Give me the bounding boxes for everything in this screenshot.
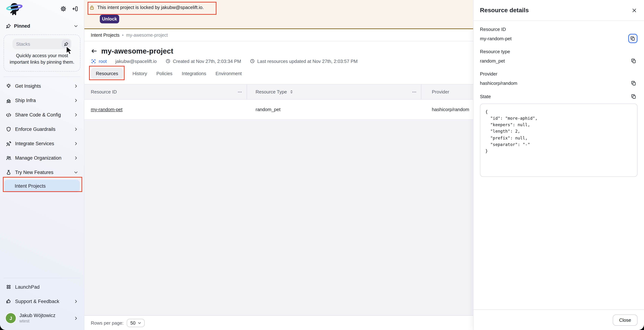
space-link[interactable]: root xyxy=(99,58,107,64)
column-menu-icon[interactable] xyxy=(237,89,242,94)
pin-icon xyxy=(6,23,11,29)
sidebar-item-share-code-config[interactable]: Share Code & Config xyxy=(0,108,84,122)
breadcrumb-root[interactable]: Intent Projects xyxy=(91,33,120,38)
chevron-down-icon xyxy=(74,170,78,175)
pinned-label: Pinned xyxy=(14,23,30,29)
sidebar-divider xyxy=(4,77,80,77)
column-header-resource-type[interactable]: Resource Type xyxy=(256,89,287,95)
provider-value: hashicorp/random xyxy=(480,80,517,86)
sidebar-item-support-feedback[interactable]: Support & Feedback xyxy=(0,294,84,308)
tab-history[interactable]: History xyxy=(132,71,147,76)
panel-title: Resource details xyxy=(480,7,529,14)
thumbs-up-icon xyxy=(6,298,12,304)
page-header: my-awesome-project root jakubw@spacelift… xyxy=(84,41,473,80)
sidebar-item-enforce-guardrails[interactable]: Enforce Guardrails xyxy=(0,122,84,137)
shield-icon xyxy=(6,126,12,132)
user-org: wtest xyxy=(20,318,70,323)
locked-banner-message: This intent project is locked by jakubw@… xyxy=(97,5,204,10)
tab-environment[interactable]: Environment xyxy=(216,71,242,76)
settings-button[interactable] xyxy=(60,5,67,13)
updated-at-text: Last resources updated at Nov 27th, 2:03… xyxy=(257,58,358,64)
locked-banner: This intent project is locked by jakubw@… xyxy=(84,0,473,29)
collapse-sidebar-button[interactable] xyxy=(72,5,79,13)
sidebar: Pinned Stacks xyxy=(0,0,84,330)
sidebar-item-integrate-services[interactable]: Integrate Services xyxy=(0,137,84,151)
sidebar-item-ship-infra[interactable]: Ship Infra xyxy=(0,93,84,108)
provider-label: Provider xyxy=(480,71,638,77)
pinned-section-header[interactable]: Pinned xyxy=(0,21,84,31)
user-menu[interactable]: J Jakub Wójtowicz wtest xyxy=(0,308,84,328)
sidebar-item-try-new-features[interactable]: Try New Features xyxy=(0,165,84,180)
close-panel-button[interactable]: Close xyxy=(613,314,638,325)
mouse-cursor xyxy=(66,46,73,55)
copy-icon xyxy=(631,80,636,86)
close-icon xyxy=(632,8,637,13)
breadcrumb-current: my-awesome-project xyxy=(126,33,168,38)
sidebar-bottom: LaunchPad Support & Feedback J Jakub Wój… xyxy=(0,278,84,330)
ship-icon xyxy=(6,98,12,103)
created-at-text: Created at Nov 27th, 2:03:34 PM xyxy=(173,58,241,64)
table-header: Resource ID Resource Type Provider xyxy=(84,84,473,100)
sidebar-item-manage-organization[interactable]: Manage Organization xyxy=(0,151,84,165)
breadcrumb-separator: • xyxy=(122,33,124,38)
state-label: State xyxy=(480,94,491,99)
code-icon xyxy=(6,112,12,118)
gear-icon xyxy=(60,6,66,12)
tab-resources[interactable]: Resources xyxy=(91,68,123,79)
copy-icon xyxy=(631,58,636,63)
resource-details-panel: Resource details Resource ID my-random-p… xyxy=(473,0,644,330)
avatar: J xyxy=(6,313,16,323)
pin-icon xyxy=(64,42,68,46)
stacks-pin-example[interactable]: Stacks xyxy=(12,39,72,49)
sidebar-item-label: Intent Projects xyxy=(15,183,46,189)
copy-provider-button[interactable] xyxy=(630,79,638,87)
sidebar-nav: Get Insights Ship Infra xyxy=(0,79,84,192)
chevron-right-icon xyxy=(74,84,78,89)
chevron-right-icon xyxy=(74,299,78,303)
clock-icon xyxy=(250,59,255,64)
resource-id-label: Resource ID xyxy=(480,27,638,32)
column-header-resource-id[interactable]: Resource ID xyxy=(91,89,117,95)
plug-icon xyxy=(6,141,12,147)
rows-per-page-label: Rows per page: xyxy=(91,320,124,325)
spacelift-logo[interactable] xyxy=(5,2,24,16)
page-title: my-awesome-project xyxy=(101,47,174,55)
resource-type-cell: random_pet xyxy=(256,107,280,112)
rows-per-page-select[interactable]: 50 xyxy=(127,319,144,327)
flask-icon xyxy=(6,170,12,176)
tab-policies[interactable]: Policies xyxy=(156,71,172,76)
back-button[interactable] xyxy=(91,48,97,54)
copy-resource-type-button[interactable] xyxy=(630,57,638,65)
panel-close-button[interactable] xyxy=(631,7,638,14)
launchpad-icon xyxy=(6,284,12,290)
space-icon xyxy=(91,58,96,64)
provider-cell: hashicorp/random xyxy=(432,107,469,112)
column-menu-icon[interactable] xyxy=(412,89,417,94)
copy-icon xyxy=(631,94,636,99)
sidebar-item-launchpad[interactable]: LaunchPad xyxy=(0,280,84,294)
column-header-provider[interactable]: Provider xyxy=(432,89,449,95)
copy-resource-id-button[interactable] xyxy=(628,34,638,43)
copy-icon xyxy=(630,36,636,41)
resource-type-value: random_pet xyxy=(480,58,505,63)
chevron-right-icon xyxy=(74,98,78,103)
table-empty-area xyxy=(84,120,473,315)
sort-icon[interactable] xyxy=(289,89,294,94)
table-row[interactable]: my-random-pet random_pet hashicorp/rando… xyxy=(84,100,473,120)
copy-state-button[interactable] xyxy=(630,93,638,100)
state-json-viewer[interactable]: { "id": "more-aphid", "keepers": null, "… xyxy=(480,103,638,177)
chevron-right-icon xyxy=(74,156,78,160)
main-content: This intent project is locked by jakubw@… xyxy=(84,0,473,330)
chevron-right-icon xyxy=(74,316,78,320)
resource-id-value: my-random-pet xyxy=(480,36,512,41)
chevron-right-icon xyxy=(74,113,78,117)
sidebar-item-intent-projects[interactable]: Intent Projects xyxy=(4,180,80,192)
chevron-right-icon xyxy=(74,127,78,132)
user-name: Jakub Wójtowicz xyxy=(20,313,70,318)
sidebar-item-get-insights[interactable]: Get Insights xyxy=(0,79,84,93)
pagination-bar: Rows per page: 50 xyxy=(84,315,473,330)
chevron-down-icon[interactable] xyxy=(74,24,78,28)
resource-id-link[interactable]: my-random-pet xyxy=(91,107,122,112)
unlock-button[interactable]: Unlock xyxy=(100,15,119,23)
tab-integrations[interactable]: Integrations xyxy=(182,71,206,76)
